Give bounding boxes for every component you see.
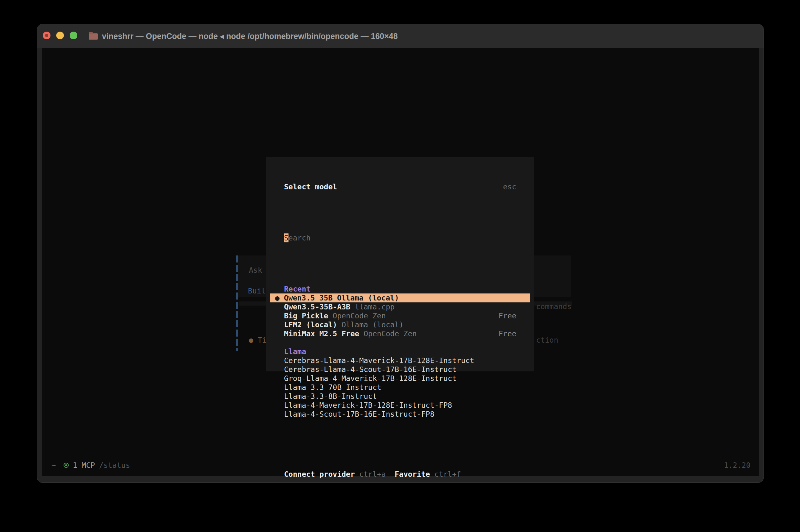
terminal-content: Ask Buil commands ● Ti ction ~ 1 MCP /st… bbox=[42, 48, 759, 476]
model-provider: Ollama (local) bbox=[337, 293, 399, 302]
agent-mode-label: Buil bbox=[248, 286, 265, 296]
model-name: Llama-3.3-70B-Instruct bbox=[284, 383, 382, 392]
search-placeholder: earch bbox=[289, 234, 311, 242]
close-button[interactable] bbox=[43, 32, 51, 39]
window-title: vineshrr — OpenCode — node ◂ node /opt/h… bbox=[102, 24, 398, 48]
titlebar[interactable]: vineshrr — OpenCode — node ◂ node /opt/h… bbox=[37, 24, 764, 48]
model-row[interactable]: Big PickleOpenCode ZenFree bbox=[284, 311, 516, 320]
model-name: Llama-4-Maverick-17B-128E-Instruct-FP8 bbox=[284, 401, 452, 410]
model-row[interactable]: Llama-3.3-70B-Instruct bbox=[284, 383, 516, 392]
model-sections: Recent●Qwen3.5 35BOllama (local)Qwen3.5-… bbox=[284, 285, 516, 419]
tip-line: ● Ti bbox=[249, 336, 266, 345]
model-badge: Free bbox=[499, 329, 516, 338]
prompt-left-border bbox=[236, 255, 238, 351]
text-cursor: S bbox=[284, 233, 289, 242]
model-name: Qwen3.5-35B-A3B bbox=[284, 302, 351, 311]
model-name: Qwen3.5 35B bbox=[284, 293, 333, 302]
model-badge: Free bbox=[499, 311, 516, 320]
model-section: Recent●Qwen3.5 35BOllama (local)Qwen3.5-… bbox=[284, 285, 516, 338]
model-row[interactable]: Llama-3.3-8B-Instruct bbox=[284, 392, 516, 401]
tip-bullet-icon: ● bbox=[249, 336, 253, 344]
model-row[interactable]: Groq-Llama-4-Maverick-17B-128E-Instruct bbox=[284, 374, 516, 383]
select-model-dialog: Select model esc Search Recent●Qwen3.5 3… bbox=[266, 157, 534, 372]
model-provider: OpenCode Zen bbox=[364, 329, 416, 338]
commands-hint: commands bbox=[536, 302, 572, 311]
model-row[interactable]: ●Qwen3.5 35BOllama (local) bbox=[270, 293, 530, 302]
tip-text: Ti bbox=[258, 336, 267, 344]
esc-hint: esc bbox=[503, 182, 516, 191]
model-name: LFM2 (local) bbox=[284, 320, 337, 329]
mcp-count-label: 1 MCP bbox=[73, 461, 95, 470]
model-provider: OpenCode Zen bbox=[333, 311, 386, 320]
dialog-footer: Connect provider ctrl+a Favorite ctrl+f bbox=[284, 470, 516, 479]
mcp-status-icon bbox=[63, 463, 69, 468]
model-row[interactable]: Llama-4-Maverick-17B-128E-Instruct-FP8 bbox=[284, 401, 516, 410]
dialog-title: Select model bbox=[284, 182, 337, 191]
model-row[interactable]: Cerebras-Llama-4-Scout-17B-16E-Instruct bbox=[284, 365, 516, 374]
version-label: 1.2.20 bbox=[724, 461, 750, 470]
section-label: Llama bbox=[284, 347, 516, 356]
model-name: Big Pickle bbox=[284, 311, 328, 320]
prompt-placeholder: Ask bbox=[249, 266, 262, 274]
terminal-window: vineshrr — OpenCode — node ◂ node /opt/h… bbox=[37, 24, 764, 483]
model-provider: llama.cpp bbox=[355, 302, 395, 311]
model-row[interactable]: LFM2 (local)Ollama (local) bbox=[284, 320, 516, 329]
minimize-button[interactable] bbox=[56, 32, 64, 39]
model-name: Cerebras-Llama-4-Maverick-17B-128E-Instr… bbox=[284, 356, 474, 365]
model-name: Llama-3.3-8B-Instruct bbox=[284, 392, 377, 401]
tip-right-fragment: ction bbox=[536, 336, 558, 345]
model-name: Cerebras-Llama-4-Scout-17B-16E-Instruct bbox=[284, 365, 457, 374]
model-provider: Ollama (local) bbox=[341, 320, 404, 329]
model-name: Llama-4-Scout-17B-16E-Instruct-FP8 bbox=[284, 410, 434, 419]
model-name: Groq-Llama-4-Maverick-17B-128E-Instruct bbox=[284, 374, 457, 383]
model-row[interactable]: Cerebras-Llama-4-Maverick-17B-128E-Instr… bbox=[284, 356, 516, 365]
selected-bullet-icon: ● bbox=[275, 293, 280, 302]
folder-icon bbox=[89, 33, 98, 40]
model-row[interactable]: MiniMax M2.5 FreeOpenCode ZenFree bbox=[284, 329, 516, 338]
status-command-label: /status bbox=[99, 461, 130, 470]
search-input[interactable]: Search bbox=[284, 233, 516, 242]
model-name: MiniMax M2.5 Free bbox=[284, 329, 359, 338]
cwd-label: ~ bbox=[52, 461, 56, 470]
model-row[interactable]: Llama-4-Scout-17B-16E-Instruct-FP8 bbox=[284, 410, 516, 419]
connect-provider-action: Connect provider ctrl+a bbox=[284, 470, 386, 479]
model-row[interactable]: Qwen3.5-35B-A3Bllama.cpp bbox=[284, 302, 516, 311]
favorite-action: Favorite ctrl+f bbox=[394, 470, 461, 479]
model-section: LlamaCerebras-Llama-4-Maverick-17B-128E-… bbox=[284, 347, 516, 419]
section-label: Recent bbox=[284, 285, 516, 293]
zoom-button[interactable] bbox=[70, 32, 77, 39]
